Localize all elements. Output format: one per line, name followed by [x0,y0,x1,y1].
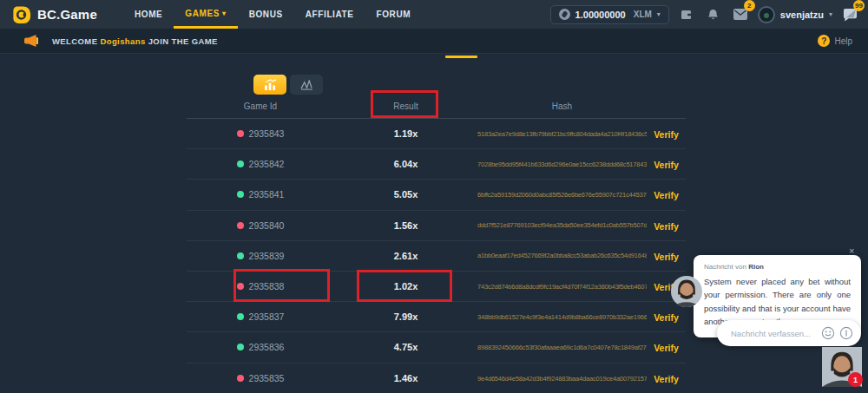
bar-view-button[interactable] [253,75,286,95]
table-row: 2935843 1.19x 5183a2ea7e9d8e13fb79bbf21b… [187,119,686,149]
hash-value: 8988392450666c53f30afaaaea69c1d6a7c0407e… [477,344,647,351]
welcomed-username: Dogishans [100,36,145,46]
chevron-down-icon: ▾ [222,10,227,17]
game-id: 2935836 [249,342,285,352]
chat-input-placeholder: Nachricht verfassen... [731,329,821,338]
chat-close-button[interactable]: × [849,246,854,256]
table-row: 2935836 4.75x 8988392450666c53f30afaaaea… [187,332,686,363]
table-row: 2935840 1.56x ddd7f521e87769103ecf94ea35… [187,211,686,241]
main-nav: HOME GAMES▾ BONUS AFFILIATE FORUM [123,0,422,29]
hash-value: ddd7f521e87769103ecf94ea35da50ee354efd1c… [477,221,647,229]
hash-value: a1bb0eaaf17ed4527669f2a0bba8cc53abab26c6… [477,252,647,259]
emoji-icon[interactable] [821,326,835,340]
wallet-button[interactable] [677,5,696,24]
result-value: 4.75x [334,342,477,352]
game-id: 2935837 [249,311,285,322]
nav-home[interactable]: HOME [123,0,174,29]
content-divider [0,53,868,54]
game-id: 2935840 [249,220,285,231]
nav-bonus[interactable]: BONUS [238,0,294,29]
verify-link[interactable]: Verify [654,160,679,170]
view-toggles [253,75,323,95]
balance-amount: 1.00000000 [575,10,626,20]
brand-logo[interactable]: BC.Game [12,0,97,29]
game-id: 2935841 [249,189,285,200]
user-menu[interactable]: svenjatzu ▾ [758,6,832,23]
table-header-row: Game Id Result Hash [187,94,686,119]
result-value: 5.05x [334,189,477,200]
nav-games[interactable]: GAMES▾ [174,0,237,29]
table-row: 2935842 6.04x 7028be95dd95f441b633d6d296… [187,149,686,180]
attachment-icon[interactable] [839,326,853,340]
announcement-banner: WELCOME Dogishans JOIN THE GAME ? Help [0,29,868,53]
result-value: 1.56x [334,220,477,231]
status-dot [237,130,244,137]
result-value: 6.04x [334,159,477,169]
status-dot [237,283,244,290]
chevron-down-icon: ▾ [829,10,832,18]
verify-link[interactable]: Verify [654,129,679,140]
mail-badge: 2 [744,0,755,11]
bc-coin-icon [12,5,31,24]
xlm-coin-icon [559,9,570,20]
mail-button[interactable]: 2 [731,5,750,24]
result-value: 2.61x [334,251,477,261]
verify-link[interactable]: Verify [654,343,679,353]
game-id: 2935835 [249,373,285,383]
chat-message-meta: Nachricht von Rion [704,263,851,271]
chat-input[interactable]: Nachricht verfassen... [717,320,861,346]
column-game-id: Game Id [187,102,334,111]
status-dot [237,252,244,259]
help-icon: ? [818,35,830,47]
result-value: 1.46x [334,373,477,383]
balance-currency: XLM [634,10,652,19]
nav-forum[interactable]: FORUM [365,0,423,29]
column-hash: Hash [477,102,647,111]
table-row: 2935835 1.46x 9e4d6546d4e58a42d3b4f92488… [187,364,686,393]
game-id: 2935842 [249,159,285,169]
username: svenjatzu [780,10,824,20]
header-right: 1.00000000 XLM ▾ 2 svenjatzu [550,0,859,29]
balance-selector[interactable]: 1.00000000 XLM ▾ [550,5,669,24]
chevron-down-icon: ▾ [657,10,661,18]
chat-toggle-button[interactable]: 99 [840,5,859,24]
result-value: 1.19x [334,128,477,139]
result-value: 1.02x [334,281,477,291]
verify-link[interactable]: Verify [654,252,679,262]
bar-chart-icon [264,79,277,90]
column-result: Result [334,102,477,111]
hash-value: 9e4d6546d4e58a42d3b4f924883baa4daac019ce… [477,375,647,383]
nav-affiliate[interactable]: AFFILIATE [294,0,365,29]
user-avatar [758,6,775,23]
megaphone-icon [24,35,38,47]
trend-view-button[interactable] [290,75,323,95]
hash-value: 7028be95dd95f441b633d6d296e0ae15cc6238dd… [477,160,647,168]
brand-name: BC.Game [37,7,97,22]
status-dot [237,160,244,167]
status-dot [237,191,244,198]
game-id: 2935838 [249,281,285,291]
hash-value: 5183a2ea7e9d8e13fb79bbf21bc9ffc804dada4a… [477,130,647,138]
mail-icon [733,9,747,20]
welcome-message: WELCOME Dogishans JOIN THE GAME [52,36,218,46]
wallet-icon [680,8,694,22]
help-link[interactable]: ? Help [818,35,852,47]
table-row: 2935837 7.99x 348bb9db61527e4c9f3e4a1414… [187,302,686,332]
status-dot [237,375,244,382]
table-row: 2935841 5.05x 6bffc2a59159d2060d0abc85f5… [187,180,686,210]
result-value: 7.99x [334,311,477,322]
verify-link[interactable]: Verify [654,221,679,232]
active-tab-indicator [445,56,477,58]
chat-launcher-avatar[interactable]: 1 [822,347,862,387]
verify-link[interactable]: Verify [654,374,679,384]
game-id: 2935843 [249,128,285,139]
trend-icon [300,80,313,90]
verify-link[interactable]: Verify [654,190,679,200]
chat-sender-avatar [671,276,702,307]
notifications-button[interactable] [704,5,723,24]
chat-badge: 99 [853,0,865,11]
status-dot [237,222,244,229]
chat-unread-badge: 1 [848,372,863,387]
verify-link[interactable]: Verify [654,312,679,323]
top-header: BC.Game HOME GAMES▾ BONUS AFFILIATE FORU… [0,0,868,29]
